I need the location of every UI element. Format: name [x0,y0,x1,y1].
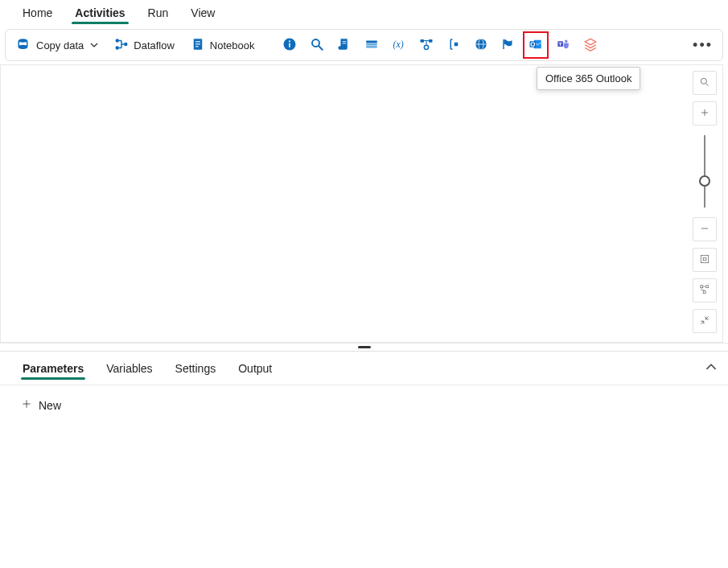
semantic-model-button[interactable] [578,32,603,58]
script-icon [337,37,352,54]
svg-rect-6 [195,41,200,42]
tab-settings[interactable]: Settings [164,354,228,383]
svg-point-22 [424,45,428,49]
bracket-arrow-icon [446,37,461,54]
globe-icon [474,37,488,54]
svg-rect-14 [342,41,346,42]
new-parameter-button[interactable]: New [14,395,68,415]
dataflow-icon [114,37,129,54]
info-icon [282,37,297,54]
dataflow-button[interactable]: Dataflow [108,32,181,58]
properties-panel: Parameters Variables Settings Output New [0,351,728,425]
more-activities-button[interactable]: ••• [688,32,718,58]
tab-home[interactable]: Home [11,2,64,26]
plus-icon [699,107,710,121]
layers-icon [583,37,598,54]
svg-point-0 [19,39,27,43]
zoom-in-button[interactable] [693,101,717,126]
copy-data-icon [17,37,31,54]
invoke-activity-button[interactable] [442,32,466,58]
search-icon [310,37,324,54]
minus-icon [699,223,710,237]
svg-line-13 [319,46,323,50]
svg-rect-15 [342,43,346,43]
panel-splitter[interactable] [0,343,728,351]
svg-point-11 [288,40,290,42]
svg-rect-39 [703,257,706,261]
new-label: New [39,399,61,412]
search-icon [699,76,710,90]
teams-activity-button[interactable]: T [551,32,575,58]
ellipsis-icon: ••• [693,37,713,54]
flag-icon [501,37,516,54]
svg-rect-17 [366,43,377,45]
properties-tab-bar: Parameters Variables Settings Output [0,352,728,385]
fullscreen-toggle-button[interactable] [693,309,717,333]
script-activity-button[interactable] [332,32,356,58]
auto-align-icon [699,284,710,298]
fit-to-screen-button[interactable] [693,248,717,272]
svg-point-4 [124,42,128,46]
svg-rect-23 [454,42,458,46]
svg-rect-16 [366,40,377,43]
zoom-slider-thumb[interactable] [699,175,710,187]
info-activity-button[interactable] [278,32,302,58]
auto-align-button[interactable] [693,278,717,303]
azure-activity-button[interactable] [496,32,520,58]
collapse-arrows-icon [699,315,710,328]
svg-rect-20 [420,39,424,43]
pipeline-canvas-wrapper [0,64,723,343]
pipeline-activity-button[interactable] [414,32,438,58]
collapse-panel-button[interactable] [705,361,717,375]
tab-view[interactable]: View [179,2,226,26]
web-activity-button[interactable] [469,32,493,58]
svg-point-1 [19,44,27,48]
notebook-icon [191,37,205,54]
chevron-up-icon [705,363,717,375]
svg-text:T: T [558,41,561,46]
chevron-down-icon [88,39,98,51]
tab-parameters[interactable]: Parameters [11,354,95,383]
stored-procedure-button[interactable] [360,32,384,58]
svg-rect-38 [701,255,708,262]
notebook-label: Notebook [210,39,255,51]
svg-rect-21 [429,39,433,43]
svg-rect-41 [706,285,709,287]
dataflow-label: Dataflow [134,39,175,51]
plus-icon [21,398,32,412]
outlook-icon [529,37,543,54]
svg-rect-42 [703,290,705,293]
zoom-slider-track[interactable] [704,135,705,208]
zoom-out-button[interactable] [693,217,717,241]
svg-rect-18 [366,46,377,47]
set-variable-button[interactable]: (x) [387,32,411,58]
svg-rect-10 [289,43,290,47]
svg-text:(x): (x) [393,38,403,49]
teams-icon: T [556,37,570,54]
svg-rect-40 [701,285,703,287]
svg-rect-7 [195,43,200,44]
parameters-content: New [0,385,728,425]
top-tab-bar: Home Activities Run View [0,0,728,26]
svg-line-34 [706,83,709,85]
notebook-button[interactable]: Notebook [184,32,261,58]
canvas-controls [693,71,717,333]
copy-data-label: Copy data [36,39,84,51]
tab-run[interactable]: Run [137,2,180,26]
svg-point-32 [565,39,567,42]
table-icon [364,37,379,54]
canvas-search-button[interactable] [693,71,717,95]
activities-toolbar: Copy data Dataflow Notebook (x) [5,29,723,61]
tab-output[interactable]: Output [227,354,283,383]
outlook-activity-button[interactable] [524,32,548,58]
lookup-activity-button[interactable] [305,32,329,58]
fit-icon [699,253,710,267]
copy-data-button[interactable]: Copy data [10,32,105,58]
pipeline-canvas[interactable] [0,64,723,343]
svg-rect-8 [195,46,199,47]
tab-activities[interactable]: Activities [64,2,136,26]
variable-icon: (x) [392,37,406,54]
tab-variables[interactable]: Variables [95,354,163,383]
svg-point-33 [701,78,706,84]
pipeline-icon [419,37,434,54]
